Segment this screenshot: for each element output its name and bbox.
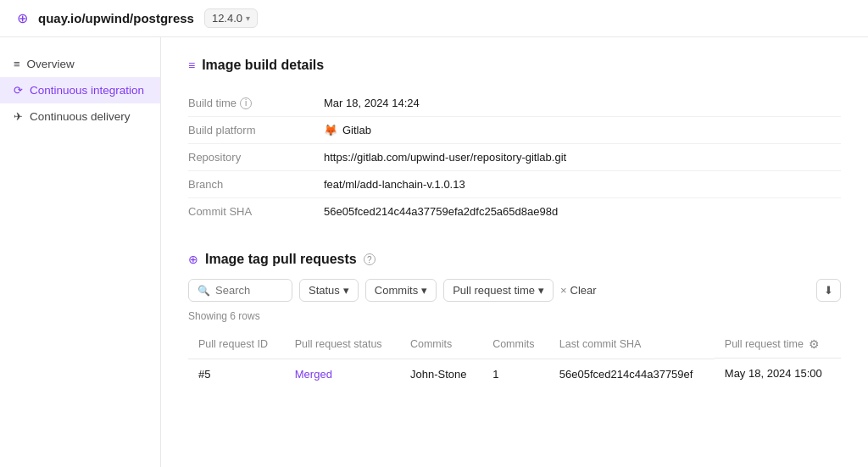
pull-requests-header: ⊕ Image tag pull requests ? [188,252,841,267]
col-last-commit-sha-label: Last commit SHA [559,338,642,350]
col-pr-status: Pull request status [285,331,400,359]
clear-filters-button[interactable]: × Clear [560,284,597,297]
pr-status-merged-badge[interactable]: Merged [295,368,332,381]
commits-author-value: John-Stone [410,368,467,381]
col-commits-count-label: Commits [492,338,534,350]
col-pr-time: Pull request time ⚙ [715,331,841,359]
main-layout: ≡ Overview ⟳ Continuous integration ✈ Co… [0,37,868,467]
commits-chevron-icon: ▾ [421,284,427,297]
build-platform-label-text: Build platform [188,124,255,136]
last-commit-sha-value: 56e05fced214c44a37759ef [559,368,693,381]
build-platform-label: Build platform [188,124,324,136]
cell-pr-status: Merged [285,359,400,389]
export-button[interactable]: ⬇ [816,279,841,302]
col-commits-count: Commits [482,331,549,359]
build-details-heading: Image build details [202,58,324,73]
pr-time-value: May 18, 2024 15:00 [725,367,822,380]
main-content: ≡ Image build details Build time i Mar 1… [161,37,868,467]
build-time-label: Build time i [188,97,324,109]
col-last-commit-sha: Last commit SHA [549,331,715,359]
cell-pr-time: May 18, 2024 15:00 [715,359,841,389]
ci-icon: ⟳ [14,84,23,97]
pr-time-filter-label: Pull request time [453,284,535,297]
table-header: Pull request ID Pull request status Comm… [188,331,841,359]
sidebar-item-ci-label: Continuous integration [30,84,144,97]
search-icon: 🔍 [198,285,210,297]
repository-label-text: Repository [188,151,241,164]
branch-row: Branch feat/ml/add-lanchain-v.1.0.13 [188,171,841,198]
sidebar: ≡ Overview ⟳ Continuous integration ✈ Co… [0,37,161,467]
status-filter-button[interactable]: Status ▾ [299,279,359,302]
commits-filter-button[interactable]: Commits ▾ [365,279,437,302]
sidebar-item-continuous-delivery[interactable]: ✈ Continuous delivery [0,103,160,130]
build-platform-row: Build platform 🦊 Gitlab [188,117,841,144]
column-settings-icon[interactable]: ⚙ [809,337,820,351]
search-input[interactable] [215,284,283,297]
app-logo-icon: ⊕ [17,10,28,26]
sidebar-item-cd-label: Continuous delivery [30,110,131,123]
commit-sha-value: 56e05fced214c44a37759efa2dfc25a65d8ae98d [324,205,558,218]
sidebar-item-continuous-integration[interactable]: ⟳ Continuous integration [0,77,160,103]
pr-time-chevron-icon: ▾ [538,284,544,297]
cell-commits-author: John-Stone [400,359,482,389]
commits-filter-label: Commits [375,284,418,297]
version-label: 12.4.0 [212,12,242,25]
commit-sha-label-text: Commit SHA [188,205,252,218]
commit-sha-text: 56e05fced214c44a37759efa2dfc25a65d8ae98d [324,205,558,218]
sidebar-item-overview[interactable]: ≡ Overview [0,51,160,77]
table-row: #5 Merged John-Stone 1 [188,359,841,389]
col-pr-id: Pull request ID [188,331,285,359]
status-filter-label: Status [309,284,340,297]
col-pr-status-label: Pull request status [295,338,382,350]
sidebar-item-overview-label: Overview [27,58,75,70]
overview-icon: ≡ [14,58,20,70]
pr-section-icon: ⊕ [188,253,198,266]
status-chevron-icon: ▾ [343,284,349,297]
cell-last-commit-sha: 56e05fced214c44a37759ef [549,359,715,389]
clear-x-icon: × [560,284,567,297]
branch-label-text: Branch [188,178,223,191]
pr-time-filter-button[interactable]: Pull request time ▾ [443,279,554,302]
cell-pr-id: #5 [188,359,285,389]
repository-url-text: https://gitlab.com/upwind-user/repositor… [324,151,566,164]
repository-value: https://gitlab.com/upwind-user/repositor… [324,151,566,164]
pull-requests-heading: Image tag pull requests [205,252,357,267]
pr-id-value: #5 [198,368,210,381]
filters-row: 🔍 Status ▾ Commits ▾ Pull request time ▾ [188,279,841,302]
build-details-icon: ≡ [188,58,195,72]
pull-requests-table: Pull request ID Pull request status Comm… [188,331,841,389]
repo-title: quay.io/upwind/postgress [38,11,194,25]
build-details-section: ≡ Image build details Build time i Mar 1… [188,58,841,225]
build-details-title: ≡ Image build details [188,58,841,73]
showing-rows-label: Showing 6 rows [188,310,841,322]
gitlab-icon: 🦊 [324,124,337,136]
branch-name-text: feat/ml/add-lanchain-v.1.0.13 [324,178,465,191]
col-pr-id-label: Pull request ID [198,338,268,350]
build-time-value: Mar 18, 2024 14:24 [324,97,420,109]
cd-icon: ✈ [14,110,23,123]
col-pr-time-label: Pull request time [725,338,804,350]
build-time-text: Mar 18, 2024 14:24 [324,97,420,109]
commits-count-value: 1 [492,368,498,381]
build-time-info-icon[interactable]: i [240,97,252,109]
build-platform-value: 🦊 Gitlab [324,124,371,136]
search-field-wrap[interactable]: 🔍 [188,279,292,302]
table-header-row: Pull request ID Pull request status Comm… [188,331,841,359]
col-commits-author-label: Commits [410,338,452,350]
app-header: ⊕ quay.io/upwind/postgress 12.4.0 ▾ [0,0,868,37]
pr-help-icon[interactable]: ? [364,253,376,265]
version-selector[interactable]: 12.4.0 ▾ [204,8,258,28]
build-time-row: Build time i Mar 18, 2024 14:24 [188,90,841,117]
branch-value: feat/ml/add-lanchain-v.1.0.13 [324,178,465,191]
build-platform-text: Gitlab [342,124,371,136]
repository-row: Repository https://gitlab.com/upwind-use… [188,144,841,171]
build-time-label-text: Build time [188,97,236,109]
export-icon: ⬇ [824,284,833,297]
col-commits-author: Commits [400,331,482,359]
repository-label: Repository [188,151,324,164]
branch-label: Branch [188,178,324,191]
cell-commits-count: 1 [482,359,549,389]
chevron-down-icon: ▾ [246,14,250,23]
commit-sha-row: Commit SHA 56e05fced214c44a37759efa2dfc2… [188,198,841,225]
table-body: #5 Merged John-Stone 1 [188,359,841,389]
